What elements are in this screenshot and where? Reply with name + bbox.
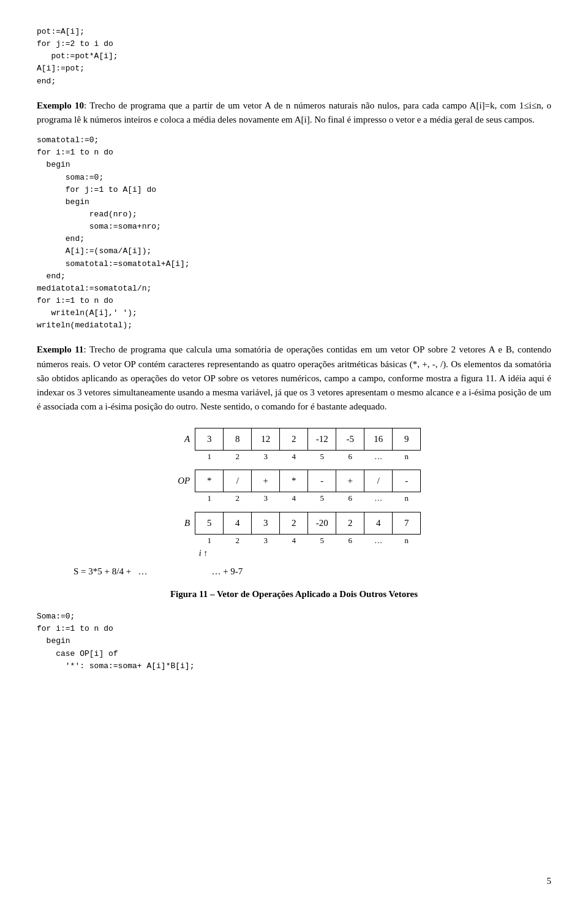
figure-11-area: A 3 8 12 2 -12 -5 16 9 1 2 3 4 5 6 … n O… (37, 428, 551, 601)
vector-OP-idx-2: 2 (224, 492, 252, 504)
vector-OP-index-label (167, 492, 195, 504)
vector-A-cell-2: 8 (224, 428, 252, 450)
vector-B-table: B 5 4 3 2 -20 2 4 7 1 2 3 4 5 6 … n i ↑ (167, 512, 421, 560)
vector-B-cell-7: 4 (364, 512, 393, 534)
vector-OP-row: OP * / + * - + / - (167, 470, 421, 492)
vector-B-idx-1: 1 (195, 534, 224, 546)
exemplo10-label: Exemplo 10 (37, 101, 84, 110)
page-number: 5 (547, 874, 552, 888)
exemplo10-paragraph: Exemplo 10: Trecho de programa que a par… (37, 99, 551, 128)
formula-text: S = 3*5 + 8/4 + … … + 9-7 (74, 565, 243, 579)
vector-B-cell-4: 2 (280, 512, 308, 534)
vector-OP-cell-2: / (224, 470, 252, 492)
vector-OP-cell-4: * (280, 470, 308, 492)
i-indicator-row: i ↑ (195, 546, 421, 560)
vector-A-label: A (167, 428, 195, 450)
vector-OP-idx-6: 6 (336, 492, 364, 504)
arrow-up-icon: ↑ (203, 547, 208, 560)
vector-A-cell-5: -12 (308, 428, 336, 450)
vector-OP-idx-4: 4 (280, 492, 308, 504)
vector-OP-idx-n: n (393, 492, 421, 504)
vector-A-cell-3: 12 (252, 428, 280, 450)
vector-A-idx-ellipsis: … (364, 450, 393, 462)
vector-OP-idx-5: 5 (308, 492, 336, 504)
vector-OP-cell-7: / (364, 470, 393, 492)
vector-A-cell-1: 3 (195, 428, 224, 450)
vector-OP-table: OP * / + * - + / - 1 2 3 4 5 6 … n (167, 470, 421, 504)
vector-B-cell-5: -20 (308, 512, 336, 534)
vector-B-cell-2: 4 (224, 512, 252, 534)
vector-B-idx-n: n (393, 534, 421, 546)
vector-A-table: A 3 8 12 2 -12 -5 16 9 1 2 3 4 5 6 … n (167, 428, 421, 463)
vector-B-index-label (167, 534, 195, 546)
vector-A-index-row: 1 2 3 4 5 6 … n (167, 450, 421, 462)
vector-OP-cell-1: * (195, 470, 224, 492)
vector-B-cell-1: 5 (195, 512, 224, 534)
vector-OP-cell-5: - (308, 470, 336, 492)
exemplo10-text: : Trecho de programa que a partir de um … (37, 101, 551, 124)
exemplo11-label: Exemplo 11 (37, 345, 83, 354)
vector-A-idx-1: 1 (195, 450, 224, 462)
vector-A-idx-3: 3 (252, 450, 280, 462)
vector-B-label: B (167, 512, 195, 534)
vector-B-idx-5: 5 (308, 534, 336, 546)
vector-B-idx-2: 2 (224, 534, 252, 546)
vector-OP-cell-8: - (393, 470, 421, 492)
code-block-2: somatotal:=0; for i:=1 to n do begin som… (37, 134, 551, 332)
vector-OP-cell-6: + (336, 470, 364, 492)
vector-B-row: B 5 4 3 2 -20 2 4 7 (167, 512, 421, 534)
vector-OP-cell-3: + (252, 470, 280, 492)
vector-OP-index-row: 1 2 3 4 5 6 … n (167, 492, 421, 504)
vector-A-index-label (167, 450, 195, 462)
vector-OP-idx-3: 3 (252, 492, 280, 504)
vector-A-idx-n: n (393, 450, 421, 462)
vector-OP-idx-ellipsis: … (364, 492, 393, 504)
code-block-3: Soma:=0; for i:=1 to n do begin case OP[… (37, 611, 551, 672)
vector-B-cell-3: 3 (252, 512, 280, 534)
vector-B-idx-3: 3 (252, 534, 280, 546)
vector-A-cell-6: -5 (336, 428, 364, 450)
vector-A-idx-4: 4 (280, 450, 308, 462)
vector-A-idx-5: 5 (308, 450, 336, 462)
vector-A-cell-8: 9 (393, 428, 421, 450)
exemplo11-text: : Trecho de programa que calcula uma som… (37, 345, 551, 411)
vector-B-cell-8: 7 (393, 512, 421, 534)
vector-B-idx-6: 6 (336, 534, 364, 546)
vector-A-cell-4: 2 (280, 428, 308, 450)
vector-B-index-row: 1 2 3 4 5 6 … n (167, 534, 421, 546)
figure-caption-text: Figura 11 – Vetor de Operações Aplicado … (170, 589, 418, 599)
figure-caption: Figura 11 – Vetor de Operações Aplicado … (170, 587, 418, 601)
vector-B-cell-6: 2 (336, 512, 364, 534)
i-label: i (199, 547, 202, 560)
vector-A-cell-7: 16 (364, 428, 393, 450)
vector-OP-label: OP (167, 470, 195, 492)
exemplo11-paragraph: Exemplo 11: Trecho de programa que calcu… (37, 343, 551, 414)
vector-OP-idx-1: 1 (195, 492, 224, 504)
vector-B-idx-ellipsis: … (364, 534, 393, 546)
vector-B-i-row: i ↑ (167, 546, 421, 560)
vector-A-row: A 3 8 12 2 -12 -5 16 9 (167, 428, 421, 450)
vector-A-idx-2: 2 (224, 450, 252, 462)
vector-A-idx-6: 6 (336, 450, 364, 462)
vector-B-idx-4: 4 (280, 534, 308, 546)
top-code-block: pot:=A[i]; for j:=2 to i do pot:=pot*A[i… (37, 26, 551, 88)
